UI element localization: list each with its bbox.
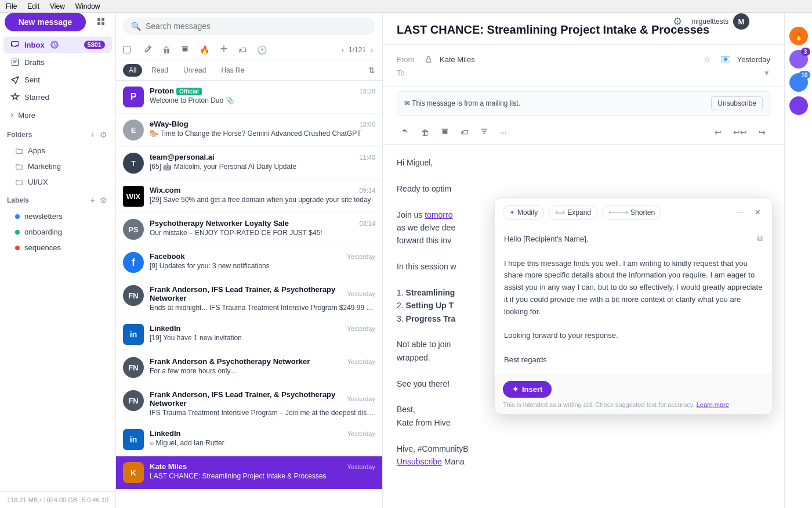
email-timestamp: Yesterday	[737, 55, 770, 64]
body-sign2: Kate from Hive	[397, 416, 770, 429]
reply-icon	[401, 127, 409, 135]
mail-icon-button[interactable]: 📧	[718, 53, 733, 65]
ai-learn-more-link[interactable]: Learn more	[697, 401, 729, 408]
filter-email-button[interactable]	[476, 124, 493, 140]
email-item[interactable]: in LinkedIn Yesterday [19] You have 1 ne…	[116, 318, 382, 351]
email-time: Yesterday	[347, 463, 375, 470]
star-email-button[interactable]: ☆	[701, 53, 713, 65]
ai-close-button[interactable]: ×	[752, 206, 764, 219]
right-avatar-fire[interactable]: 🔥	[789, 27, 808, 45]
folder-settings-button[interactable]: ⚙	[99, 129, 108, 140]
filter-unread[interactable]: Unread	[177, 64, 212, 77]
folder-apps[interactable]: Apps	[3, 143, 112, 158]
toolbar-move-button[interactable]	[216, 42, 231, 57]
email-header: Frank Anderson, IFS Lead Trainer, & Psyc…	[150, 390, 375, 408]
sidebar-item-more[interactable]: › More	[3, 106, 112, 124]
email-item[interactable]: T team@personal.ai 11:40 [65] 🤖 Malcolm,…	[116, 147, 382, 180]
email-avatar: FN	[123, 390, 144, 411]
more-email-button[interactable]: ···	[495, 124, 512, 140]
prev-page-button[interactable]: ‹	[339, 45, 346, 55]
add-folder-button[interactable]: +	[89, 129, 96, 140]
unsubscribe-button[interactable]: Unsubscribe	[711, 96, 763, 110]
email-item[interactable]: E eWay-Blog 13:00 🐎 Time to Change the H…	[116, 114, 382, 147]
unsubscribe-link[interactable]: Unsubscribe	[397, 457, 442, 466]
folder-icon-3	[15, 178, 23, 186]
right-avatar-3[interactable]	[789, 96, 808, 115]
ai-modify-button[interactable]: ✦ Modify	[503, 205, 544, 220]
right-avatar-1[interactable]: 3	[789, 50, 808, 69]
folder-marketing[interactable]: Marketing	[3, 159, 112, 174]
email-avatar: WIX	[123, 186, 144, 207]
email-avatar: E	[123, 120, 144, 140]
menu-view[interactable]: View	[50, 2, 65, 10]
sort-button[interactable]: ⇅	[368, 66, 375, 75]
ai-popup: ✦ Modify ⟺ Expand ⟵⟶ Shorten ··· × ⧉ Hel…	[494, 197, 773, 415]
apps-grid-button[interactable]	[92, 13, 111, 31]
menu-edit[interactable]: Edit	[27, 2, 39, 10]
menu-file[interactable]: File	[6, 2, 17, 10]
folder-uiux[interactable]: UI/UX	[3, 175, 112, 189]
official-badge: Official	[176, 88, 202, 95]
reply-button[interactable]	[397, 124, 414, 140]
ai-more-button[interactable]: ···	[732, 206, 746, 219]
sidebar-item-starred[interactable]: Starred	[3, 89, 112, 105]
filter-has-file[interactable]: Has file	[215, 64, 250, 77]
reply-action-button[interactable]: ↩	[710, 124, 726, 140]
ai-copy-button[interactable]: ⧉	[757, 233, 763, 243]
ai-expand-button[interactable]: ⟺ Expand	[549, 205, 597, 220]
email-item[interactable]: FN Frank Anderson, IFS Lead Trainer, & P…	[116, 384, 382, 423]
toolbar-delete-button[interactable]: 🗑	[159, 42, 174, 57]
email-item[interactable]: f Facebook Yesterday [9] Updates for you…	[116, 246, 382, 279]
toolbar-archive-button[interactable]	[177, 42, 193, 57]
email-toolbar: 🗑 🔥 🏷 🕐 ‹ 1/121 ›	[116, 39, 382, 60]
archive-email-button[interactable]	[436, 124, 454, 140]
email-actions: 🗑 🏷 ··· ↩ ↩↩ ↪	[383, 120, 784, 145]
email-item[interactable]: PS Psychotherapy Networker Loyalty Sale …	[116, 213, 382, 246]
filter-all[interactable]: All	[123, 64, 142, 77]
delete-email-button[interactable]: 🗑	[416, 124, 434, 140]
settings-button[interactable]: ⚙	[670, 13, 684, 30]
email-item[interactable]: K Kate Miles Yesterday LAST CHANCE: Stre…	[116, 456, 382, 489]
reply-all-button[interactable]: ↩↩	[728, 124, 752, 140]
sidebar-item-drafts[interactable]: Drafts	[3, 54, 112, 70]
label-newsletters[interactable]: newsletters	[3, 209, 112, 224]
filter-read[interactable]: Read	[146, 64, 174, 77]
expand-recipients-button[interactable]: ▼	[763, 69, 770, 77]
email-item[interactable]: FN Frank Anderson & Psychotherapy Networ…	[116, 351, 382, 384]
folder-icon	[15, 147, 23, 155]
email-item[interactable]: in LinkedIn Yesterday ○ Miguel, add Ian …	[116, 423, 382, 456]
right-avatar-2[interactable]: 10	[789, 73, 808, 92]
email-content: Frank Anderson, IFS Lead Trainer, & Psyc…	[150, 390, 375, 417]
email-header: Psychotherapy Networker Loyalty Sale 03:…	[150, 219, 375, 228]
sidebar-item-inbox[interactable]: Inbox 5801	[3, 37, 112, 53]
ai-shorten-button[interactable]: ⟵⟶ Shorten	[602, 205, 661, 220]
folder-icon-2	[15, 163, 23, 171]
email-avatar: FN	[123, 357, 144, 378]
forward-button[interactable]: ↪	[754, 124, 770, 140]
add-label-button[interactable]: +	[89, 194, 96, 206]
toolbar-compose-button[interactable]	[140, 42, 155, 57]
label-settings-button[interactable]: ⚙	[99, 194, 108, 206]
label-onboarding[interactable]: onboarding	[3, 225, 112, 239]
email-item[interactable]: WIX Wix.com 09:34 [29] Save 50% and get …	[116, 180, 382, 213]
label-email-button[interactable]: 🏷	[456, 124, 473, 140]
email-item[interactable]: P ProtonOfficial 13:28 Welcome to Proton…	[116, 81, 382, 114]
email-header: LinkedIn Yesterday	[150, 429, 375, 438]
body-link[interactable]: tomorro	[425, 210, 452, 219]
menu-window[interactable]: Window	[75, 2, 100, 10]
email-time: 13:00	[359, 121, 375, 128]
sidebar-item-sent[interactable]: Sent	[3, 71, 112, 88]
toolbar-fire-button[interactable]: 🔥	[196, 42, 213, 57]
user-info[interactable]: miguelttests M	[691, 13, 749, 30]
ai-insert-button[interactable]: ✦ Insert	[503, 381, 552, 398]
toolbar-clock-button[interactable]: 🕐	[253, 42, 270, 57]
username-text: miguelttests	[691, 17, 728, 26]
select-all-checkbox[interactable]	[123, 44, 135, 56]
email-avatar: in	[123, 324, 144, 345]
label-sequences[interactable]: sequences	[3, 240, 112, 255]
email-item[interactable]: FN Frank Anderson, IFS Lead Trainer, & P…	[116, 279, 382, 318]
new-message-button[interactable]: New message	[5, 13, 86, 31]
next-page-button[interactable]: ›	[368, 45, 375, 55]
search-input[interactable]	[146, 21, 367, 31]
toolbar-label-button[interactable]: 🏷	[235, 42, 250, 57]
